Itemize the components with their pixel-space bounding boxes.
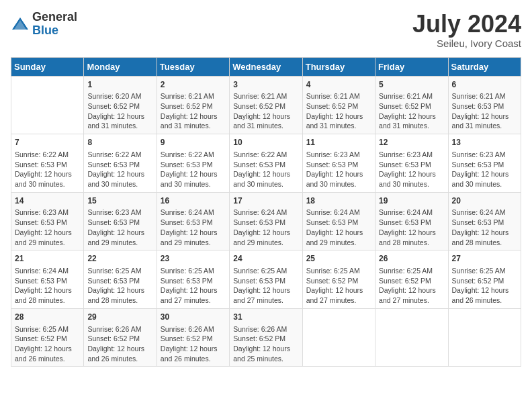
col-header-sunday: Sunday	[11, 57, 84, 76]
day-number: 27	[452, 253, 517, 265]
cell-info: Sunrise: 6:24 AM Sunset: 6:53 PM Dayligh…	[233, 208, 298, 247]
day-number: 11	[306, 137, 371, 148]
month-title: July 2024	[412, 11, 521, 38]
calendar-cell: 27Sunrise: 6:25 AM Sunset: 6:52 PM Dayli…	[448, 250, 521, 309]
day-number: 29	[87, 312, 152, 323]
calendar-cell: 23Sunrise: 6:25 AM Sunset: 6:53 PM Dayli…	[157, 250, 229, 309]
calendar-cell: 12Sunrise: 6:23 AM Sunset: 6:53 PM Dayli…	[375, 134, 448, 193]
cell-info: Sunrise: 6:21 AM Sunset: 6:52 PM Dayligh…	[306, 91, 371, 131]
calendar-cell: 13Sunrise: 6:23 AM Sunset: 6:53 PM Dayli…	[448, 134, 521, 193]
cell-info: Sunrise: 6:25 AM Sunset: 6:53 PM Dayligh…	[87, 266, 152, 306]
calendar-cell	[302, 308, 375, 367]
title-block: July 2024 Seileu, Ivory Coast	[412, 11, 521, 49]
calendar-cell: 5Sunrise: 6:21 AM Sunset: 6:52 PM Daylig…	[375, 76, 448, 134]
calendar-cell: 11Sunrise: 6:23 AM Sunset: 6:53 PM Dayli…	[302, 134, 375, 193]
calendar-cell: 14Sunrise: 6:23 AM Sunset: 6:53 PM Dayli…	[11, 192, 84, 250]
calendar-cell: 15Sunrise: 6:23 AM Sunset: 6:53 PM Dayli…	[84, 192, 157, 250]
calendar-cell: 21Sunrise: 6:24 AM Sunset: 6:53 PM Dayli…	[11, 250, 84, 309]
day-number: 1	[87, 79, 152, 91]
cell-info: Sunrise: 6:23 AM Sunset: 6:53 PM Dayligh…	[15, 208, 80, 247]
logo-general: General	[32, 11, 77, 24]
day-number: 5	[379, 79, 444, 91]
calendar-header: SundayMondayTuesdayWednesdayThursdayFrid…	[11, 57, 521, 76]
calendar-cell: 17Sunrise: 6:24 AM Sunset: 6:53 PM Dayli…	[230, 192, 302, 250]
day-number: 6	[452, 79, 517, 91]
cell-info: Sunrise: 6:25 AM Sunset: 6:52 PM Dayligh…	[452, 266, 517, 306]
calendar-cell: 16Sunrise: 6:24 AM Sunset: 6:53 PM Dayli…	[157, 192, 229, 250]
calendar-cell: 7Sunrise: 6:22 AM Sunset: 6:53 PM Daylig…	[11, 134, 84, 193]
col-header-monday: Monday	[84, 57, 157, 76]
day-number: 8	[87, 137, 152, 148]
calendar-cell: 26Sunrise: 6:25 AM Sunset: 6:52 PM Dayli…	[375, 250, 448, 309]
cell-info: Sunrise: 6:25 AM Sunset: 6:53 PM Dayligh…	[233, 266, 298, 306]
cell-info: Sunrise: 6:26 AM Sunset: 6:52 PM Dayligh…	[233, 324, 298, 364]
calendar-body: 1Sunrise: 6:20 AM Sunset: 6:52 PM Daylig…	[11, 76, 521, 367]
cell-info: Sunrise: 6:24 AM Sunset: 6:53 PM Dayligh…	[15, 266, 80, 306]
week-row-3: 14Sunrise: 6:23 AM Sunset: 6:53 PM Dayli…	[11, 192, 521, 250]
day-number: 3	[233, 79, 298, 91]
day-number: 15	[87, 195, 152, 207]
cell-info: Sunrise: 6:25 AM Sunset: 6:53 PM Dayligh…	[161, 266, 226, 306]
day-number: 2	[161, 79, 226, 91]
calendar-cell: 4Sunrise: 6:21 AM Sunset: 6:52 PM Daylig…	[302, 76, 375, 134]
calendar-cell: 28Sunrise: 6:25 AM Sunset: 6:52 PM Dayli…	[11, 308, 84, 367]
calendar-cell: 10Sunrise: 6:22 AM Sunset: 6:53 PM Dayli…	[230, 134, 302, 193]
week-row-4: 21Sunrise: 6:24 AM Sunset: 6:53 PM Dayli…	[11, 250, 521, 309]
day-number: 7	[15, 137, 80, 148]
page-header: General Blue July 2024 Seileu, Ivory Coa…	[11, 11, 521, 49]
cell-info: Sunrise: 6:23 AM Sunset: 6:53 PM Dayligh…	[452, 150, 517, 189]
calendar-cell: 18Sunrise: 6:24 AM Sunset: 6:53 PM Dayli…	[302, 192, 375, 250]
day-number: 21	[15, 253, 80, 265]
calendar-cell: 20Sunrise: 6:24 AM Sunset: 6:53 PM Dayli…	[448, 192, 521, 250]
calendar-cell: 19Sunrise: 6:24 AM Sunset: 6:53 PM Dayli…	[375, 192, 448, 250]
cell-info: Sunrise: 6:25 AM Sunset: 6:52 PM Dayligh…	[306, 266, 371, 306]
calendar-cell: 29Sunrise: 6:26 AM Sunset: 6:52 PM Dayli…	[84, 308, 157, 367]
cell-info: Sunrise: 6:21 AM Sunset: 6:52 PM Dayligh…	[379, 91, 444, 131]
cell-info: Sunrise: 6:21 AM Sunset: 6:52 PM Dayligh…	[233, 91, 298, 131]
logo-icon	[11, 15, 30, 34]
cell-info: Sunrise: 6:23 AM Sunset: 6:53 PM Dayligh…	[87, 208, 152, 247]
day-number: 14	[15, 195, 80, 207]
calendar-cell: 1Sunrise: 6:20 AM Sunset: 6:52 PM Daylig…	[84, 76, 157, 134]
day-number: 4	[306, 79, 371, 91]
day-number: 20	[452, 195, 517, 207]
calendar-cell	[11, 76, 84, 134]
week-row-2: 7Sunrise: 6:22 AM Sunset: 6:53 PM Daylig…	[11, 134, 521, 193]
day-number: 31	[233, 312, 298, 323]
col-header-tuesday: Tuesday	[157, 57, 229, 76]
cell-info: Sunrise: 6:24 AM Sunset: 6:53 PM Dayligh…	[306, 208, 371, 247]
cell-info: Sunrise: 6:22 AM Sunset: 6:53 PM Dayligh…	[233, 150, 298, 189]
calendar-cell	[375, 308, 448, 367]
calendar-cell: 31Sunrise: 6:26 AM Sunset: 6:52 PM Dayli…	[230, 308, 302, 367]
day-number: 26	[379, 253, 444, 265]
col-header-saturday: Saturday	[448, 57, 521, 76]
cell-info: Sunrise: 6:22 AM Sunset: 6:53 PM Dayligh…	[87, 150, 152, 189]
calendar-cell: 2Sunrise: 6:21 AM Sunset: 6:52 PM Daylig…	[157, 76, 229, 134]
col-header-thursday: Thursday	[302, 57, 375, 76]
day-number: 25	[306, 253, 371, 265]
calendar-cell: 6Sunrise: 6:21 AM Sunset: 6:53 PM Daylig…	[448, 76, 521, 134]
calendar-cell: 25Sunrise: 6:25 AM Sunset: 6:52 PM Dayli…	[302, 250, 375, 309]
cell-info: Sunrise: 6:25 AM Sunset: 6:52 PM Dayligh…	[379, 266, 444, 306]
day-number: 18	[306, 195, 371, 207]
calendar-cell	[448, 308, 521, 367]
cell-info: Sunrise: 6:21 AM Sunset: 6:52 PM Dayligh…	[161, 91, 226, 131]
cell-info: Sunrise: 6:22 AM Sunset: 6:53 PM Dayligh…	[161, 150, 226, 189]
cell-info: Sunrise: 6:23 AM Sunset: 6:53 PM Dayligh…	[306, 150, 371, 189]
logo-text: General Blue	[32, 11, 77, 38]
day-number: 9	[161, 137, 226, 148]
day-number: 12	[379, 137, 444, 148]
calendar-cell: 22Sunrise: 6:25 AM Sunset: 6:53 PM Dayli…	[84, 250, 157, 309]
cell-info: Sunrise: 6:22 AM Sunset: 6:53 PM Dayligh…	[15, 150, 80, 189]
logo-blue-text: Blue	[32, 24, 77, 38]
cell-info: Sunrise: 6:21 AM Sunset: 6:53 PM Dayligh…	[452, 91, 517, 131]
day-number: 13	[452, 137, 517, 148]
cell-info: Sunrise: 6:24 AM Sunset: 6:53 PM Dayligh…	[379, 208, 444, 247]
cell-info: Sunrise: 6:24 AM Sunset: 6:53 PM Dayligh…	[452, 208, 517, 247]
calendar-cell: 8Sunrise: 6:22 AM Sunset: 6:53 PM Daylig…	[84, 134, 157, 193]
calendar-table: SundayMondayTuesdayWednesdayThursdayFrid…	[11, 57, 521, 367]
week-row-1: 1Sunrise: 6:20 AM Sunset: 6:52 PM Daylig…	[11, 76, 521, 134]
day-number: 24	[233, 253, 298, 265]
cell-info: Sunrise: 6:25 AM Sunset: 6:52 PM Dayligh…	[15, 324, 80, 364]
cell-info: Sunrise: 6:23 AM Sunset: 6:53 PM Dayligh…	[379, 150, 444, 189]
